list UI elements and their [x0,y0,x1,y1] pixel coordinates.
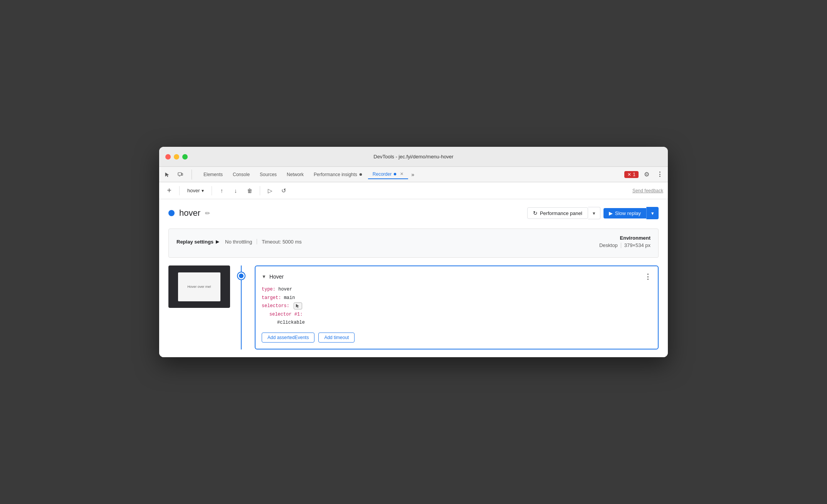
tab-bar-right: ✕ 1 ⚙ ⋮ [624,170,665,180]
devtools-icons [162,170,192,180]
code-selector-value-line: #clickable [262,319,652,327]
minimize-button[interactable] [174,154,179,160]
recording-title: hover [179,208,200,218]
step-code-block: type: hover target: main selectors: [262,286,652,327]
slow-replay-chevron-icon: ▾ [651,210,654,216]
window-title: DevTools - jec.fyi/demo/menu-hover [373,154,453,160]
traffic-lights [165,154,188,160]
recording-status-dot [168,210,175,216]
type-key: type: [262,287,276,292]
slow-replay-group: ▶ Slow replay ▾ [603,207,659,219]
step-menu-icon[interactable]: ⋮ [644,272,652,281]
performance-panel-label: Performance panel [540,210,582,216]
target-value: main [284,295,295,301]
selector-num-key: selector #1: [269,312,303,317]
more-options-icon[interactable]: ⋮ [655,170,665,180]
tab-console[interactable]: Console [228,170,254,179]
env-divider [621,243,621,248]
preview-content: Hover over me! [178,272,220,301]
svg-rect-1 [182,173,183,175]
more-tabs-icon[interactable]: » [409,170,417,179]
timeline-area: ▼ Hover ⋮ type: hover target: main [238,265,659,349]
cursor-icon[interactable] [162,170,172,180]
code-selector-num-line: selector #1: [262,311,652,319]
performance-panel-group: ↻ Performance panel ▾ [527,207,600,219]
step-title-area: ▼ Hover [262,274,284,280]
error-x-icon: ✕ [627,172,631,177]
close-button[interactable] [165,154,171,160]
add-recording-button[interactable]: + [164,185,175,196]
settings-icon[interactable]: ⚙ [642,170,652,180]
settings-divider [257,239,257,244]
device-toolbar-icon[interactable] [175,170,185,180]
header-actions: ↻ Performance panel ▾ ▶ Slow replay ▾ [527,207,659,219]
selector-value: #clickable [277,320,305,325]
import-button[interactable]: ↓ [230,185,241,196]
resolution-value: 379×534 px [624,242,651,248]
add-asserted-events-button[interactable]: Add assertedEvents [262,333,314,343]
slow-replay-dropdown[interactable]: ▾ [646,207,659,219]
performance-panel-dropdown[interactable]: ▾ [588,207,600,219]
tab-recorder[interactable]: Recorder ⏺ ✕ [368,170,408,179]
settings-values: No throttling Timeout: 5000 ms [225,239,302,245]
tab-close-icon[interactable]: ✕ [400,171,403,176]
settings-left: Replay settings ▶ No throttling Timeout:… [176,239,302,245]
selector-tool-icon[interactable] [294,302,302,309]
environment-section: Environment Desktop 379×534 px [599,235,651,248]
tab-network[interactable]: Network [282,170,308,179]
collapse-icon[interactable]: ▼ [262,274,266,279]
replay-circle-icon: ↻ [533,210,538,216]
recording-selector-name: hover [187,188,200,193]
step-title-label: Hover [269,274,284,280]
play-icon: ▶ [609,210,613,216]
maximize-button[interactable] [182,154,188,160]
replay-settings-section: Replay settings ▶ No throttling Timeout:… [168,228,659,258]
toolbar-divider-3 [260,186,260,195]
edit-recording-icon[interactable]: ✏ [205,210,210,217]
slow-replay-button[interactable]: ▶ Slow replay [603,208,646,218]
preview-panel: Hover over me! [168,265,238,349]
add-timeout-button[interactable]: Add timeout [318,333,355,343]
error-badge[interactable]: ✕ 1 [624,171,639,178]
timeout-value: Timeout: 5000 ms [262,239,302,245]
environment-label: Environment [599,235,651,241]
delete-button[interactable]: 🗑 [244,185,255,196]
step-thumbnail: Hover over me! [168,265,230,308]
send-feedback-link[interactable]: Send feedback [632,188,663,193]
devtools-window: DevTools - jec.fyi/demo/menu-hover Eleme… [159,147,668,357]
title-bar: DevTools - jec.fyi/demo/menu-hover [159,147,668,167]
recording-header: hover ✏ ↻ Performance panel ▾ ▶ Slow [168,207,659,219]
tab-elements[interactable]: Elements [199,170,227,179]
replay-settings-toggle[interactable]: Replay settings ▶ [176,239,219,245]
step-play-button[interactable]: ▷ [265,185,276,196]
recording-selector[interactable]: hover ▾ [184,186,207,195]
replay-settings-header: Replay settings ▶ No throttling Timeout:… [176,235,651,248]
recorder-toolbar: + hover ▾ ↑ ↓ 🗑 ▷ ↺ Send feedback [159,182,668,199]
error-count: 1 [633,172,635,177]
step-header: ▼ Hover ⋮ [262,272,652,281]
selectors-key: selectors: [262,303,289,309]
slow-replay-label: Slow replay [615,210,641,216]
code-type-line: type: hover [262,286,652,294]
performance-panel-button[interactable]: ↻ Performance panel [527,207,588,219]
steps-area: Hover over me! ▼ Hover ⋮ [168,265,659,349]
svg-rect-0 [178,173,182,175]
export-button[interactable]: ↑ [217,185,227,196]
recording-title-area: hover ✏ [168,208,210,218]
preview-label: Hover over me! [187,285,211,289]
step-indicator-dot [238,272,245,279]
step-actions: Add assertedEvents Add timeout [262,333,652,343]
replay-button[interactable]: ↺ [279,185,289,196]
target-key: target: [262,295,281,301]
tab-sources[interactable]: Sources [255,170,281,179]
step-card-hover: ▼ Hover ⋮ type: hover target: main [255,265,659,349]
main-content: hover ✏ ↻ Performance panel ▾ ▶ Slow [159,199,668,357]
code-target-line: target: main [262,294,652,302]
replay-settings-label: Replay settings [176,239,213,245]
expand-icon: ▶ [216,239,219,244]
device-value: Desktop [599,242,618,248]
no-throttling-value: No throttling [225,239,252,245]
type-value: hover [278,287,292,292]
toolbar-divider-1 [179,186,180,195]
tab-performance[interactable]: Performance insights ⏺ [309,170,367,179]
